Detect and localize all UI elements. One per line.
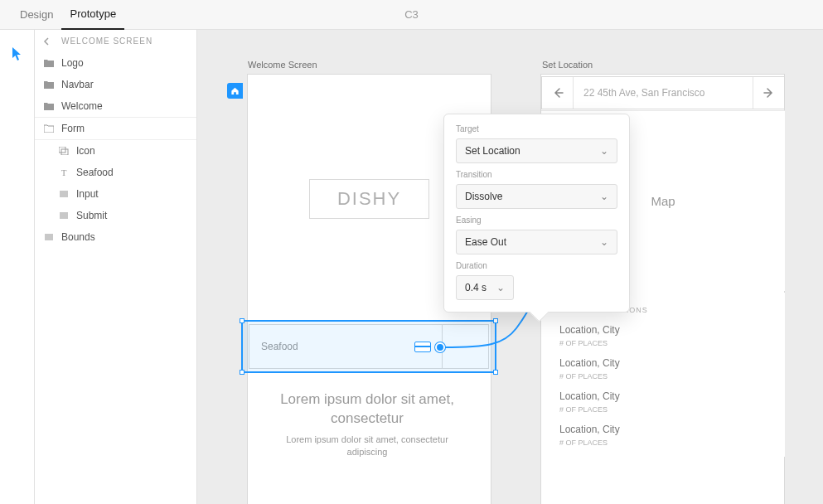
- tab-prototype[interactable]: Prototype: [61, 0, 124, 30]
- layers-panel: WELCOME SCREEN LogoNavbarWelcomeFormIcon…: [35, 30, 197, 504]
- text-icon: T: [58, 167, 70, 178]
- lorem-sub: Lorem ipsum dolor sit amet, consectetur …: [276, 434, 458, 459]
- easing-dropdown[interactable]: Ease Out ⌄: [456, 230, 617, 254]
- address-field[interactable]: 22 45th Ave, San Francisco: [574, 77, 753, 109]
- project-title: C3: [404, 8, 419, 21]
- location-bar: 22 45th Ave, San Francisco: [541, 76, 785, 109]
- location-name: Location, City: [559, 324, 767, 336]
- duration-value: 0.4 s: [465, 282, 487, 293]
- location-row[interactable]: Location, City# OF PLACES: [559, 390, 767, 414]
- rect-icon: [43, 231, 55, 243]
- lorem-block: Lorem ipsum dolor sit amet, consectetur …: [276, 390, 458, 459]
- lorem-heading: Lorem ipsum dolor sit amet, consectetur: [276, 390, 458, 429]
- artboard-label-location[interactable]: Set Location: [542, 60, 593, 70]
- layer-item-submit[interactable]: Submit: [35, 205, 196, 226]
- chevron-down-icon: ⌄: [600, 236, 608, 248]
- location-row[interactable]: Location, City# OF PLACES: [559, 357, 767, 380]
- layer-item-icon[interactable]: Icon: [35, 140, 196, 162]
- arrow-left-icon: [552, 87, 564, 99]
- svg-rect-3: [60, 212, 68, 219]
- target-value: Set Location: [465, 145, 520, 157]
- interaction-popover: Target Set Location ⌄ Transition Dissolv…: [443, 114, 630, 313]
- home-badge[interactable]: [227, 83, 243, 99]
- search-input-text: Seafood: [249, 325, 442, 368]
- chevron-down-icon: ⌄: [600, 191, 608, 202]
- tab-design[interactable]: Design: [12, 0, 61, 30]
- layer-item-label: Icon: [76, 145, 95, 157]
- search-input-row[interactable]: Seafood: [249, 324, 489, 369]
- location-count: # OF PLACES: [559, 405, 767, 414]
- location-name: Location, City: [559, 357, 767, 369]
- submit-cell[interactable]: [442, 325, 488, 368]
- artboard-label-welcome[interactable]: Welcome Screen: [248, 60, 317, 70]
- recent-locations-panel: RECENT LOCATIONS Location, City# OF PLAC…: [541, 293, 785, 457]
- rect-icon: [58, 188, 70, 200]
- layer-item-label: Seafood: [76, 167, 114, 178]
- easing-value: Ease Out: [465, 236, 506, 248]
- location-row[interactable]: Location, City# OF PLACES: [559, 324, 767, 347]
- layer-item-label: Bounds: [61, 231, 95, 243]
- home-icon: [230, 86, 240, 95]
- target-dropdown[interactable]: Set Location ⌄: [456, 138, 617, 163]
- duration-label: Duration: [456, 261, 617, 270]
- tool-rail: [0, 30, 35, 504]
- back-button[interactable]: [542, 77, 574, 109]
- folder-icon: [43, 100, 55, 112]
- wire-source-icon[interactable]: [414, 342, 431, 352]
- layer-item-welcome[interactable]: Welcome: [35, 95, 196, 117]
- layer-item-logo[interactable]: Logo: [35, 52, 196, 74]
- layer-item-input[interactable]: Input: [35, 183, 196, 205]
- canvas[interactable]: Welcome Screen DISHY Seafood Lorem ipsum…: [197, 30, 823, 504]
- chevron-left-icon: [43, 37, 51, 46]
- forward-button[interactable]: [753, 77, 784, 109]
- folder-icon: [43, 79, 55, 90]
- location-count: # OF PLACES: [559, 339, 767, 347]
- transition-label: Transition: [456, 170, 617, 179]
- location-count: # OF PLACES: [559, 439, 767, 447]
- easing-label: Easing: [456, 216, 617, 225]
- wire-source-handle[interactable]: [435, 342, 445, 352]
- layer-item-label: Submit: [76, 210, 107, 221]
- layers-header[interactable]: WELCOME SCREEN: [35, 30, 196, 52]
- folder-icon: [43, 57, 55, 69]
- transition-dropdown[interactable]: Dissolve ⌄: [456, 184, 617, 209]
- group-icon: [58, 145, 70, 157]
- layers-header-label: WELCOME SCREEN: [61, 36, 152, 46]
- location-count: # OF PLACES: [559, 372, 767, 380]
- logo-box[interactable]: DISHY: [309, 179, 429, 219]
- svg-rect-2: [60, 191, 68, 197]
- folder-open-icon: [43, 123, 55, 134]
- svg-rect-4: [45, 234, 53, 240]
- target-label: Target: [456, 124, 617, 133]
- layer-item-form[interactable]: Form: [35, 117, 196, 140]
- layer-item-label: Form: [61, 123, 85, 134]
- location-row[interactable]: Location, City# OF PLACES: [559, 424, 767, 447]
- chevron-down-icon: ⌄: [600, 145, 608, 157]
- top-bar: Design Prototype C3: [0, 0, 823, 30]
- location-name: Location, City: [559, 390, 767, 402]
- layer-item-label: Input: [76, 188, 99, 200]
- select-tool-icon[interactable]: [12, 46, 23, 61]
- layer-item-bounds[interactable]: Bounds: [35, 226, 196, 248]
- layer-item-label: Welcome: [61, 100, 103, 112]
- rect-icon: [58, 210, 70, 221]
- transition-value: Dissolve: [465, 191, 502, 202]
- layer-item-label: Navbar: [61, 79, 94, 90]
- layer-item-navbar[interactable]: Navbar: [35, 74, 196, 95]
- arrow-right-icon: [763, 87, 775, 99]
- layer-item-seafood[interactable]: TSeafood: [35, 162, 196, 183]
- chevron-down-icon: ⌄: [496, 282, 505, 293]
- location-name: Location, City: [559, 424, 767, 435]
- duration-dropdown[interactable]: 0.4 s ⌄: [456, 275, 514, 300]
- layer-item-label: Logo: [61, 57, 84, 69]
